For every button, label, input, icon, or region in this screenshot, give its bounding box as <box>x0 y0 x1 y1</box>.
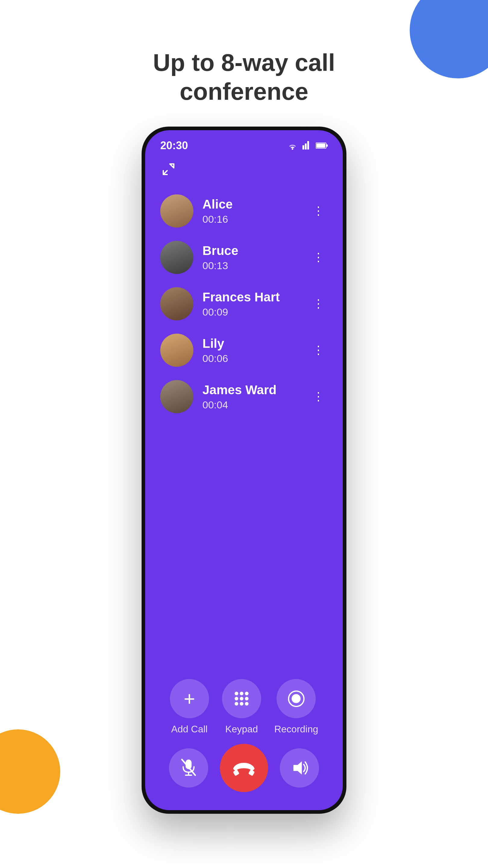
svg-rect-17 <box>233 770 240 776</box>
add-call-label: Add Call <box>171 724 207 735</box>
deco-circle-bottom-left <box>0 730 60 814</box>
participant-duration: 00:04 <box>202 399 301 411</box>
add-call-circle: + <box>170 679 209 718</box>
participant-name: Lily <box>202 336 301 351</box>
speaker-button[interactable] <box>280 748 319 787</box>
collapse-button[interactable] <box>145 155 343 185</box>
svg-rect-6 <box>316 144 325 148</box>
record-inner <box>292 694 301 703</box>
participant-info-alice: Alice 00:16 <box>202 197 301 225</box>
participant-name: Bruce <box>202 244 301 258</box>
participant-menu-frances[interactable]: ⋮ <box>310 294 328 313</box>
keypad-dot <box>235 702 238 706</box>
participant-menu-lily[interactable]: ⋮ <box>310 341 328 360</box>
svg-rect-5 <box>326 144 328 147</box>
mute-circle <box>169 748 208 787</box>
avatar-bruce <box>160 241 193 274</box>
avatar-james <box>160 380 193 413</box>
phone-frame: 20:30 <box>141 127 347 814</box>
participant-info-lily: Lily 00:06 <box>202 336 301 364</box>
participant-item: Frances Hart 00:09 ⋮ <box>145 281 343 327</box>
status-time: 20:30 <box>160 139 188 152</box>
participant-item: James Ward 00:04 ⋮ <box>145 373 343 420</box>
participant-duration: 00:09 <box>202 306 301 318</box>
add-call-button[interactable]: + Add Call <box>170 679 209 735</box>
phone-mockup: 20:30 <box>141 127 347 814</box>
keypad-grid <box>235 692 249 706</box>
signal-icon <box>302 141 312 150</box>
svg-marker-2 <box>305 144 307 150</box>
page-title: Up to 8-way call conference <box>0 0 488 106</box>
svg-point-0 <box>292 148 293 150</box>
battery-icon <box>316 142 328 149</box>
keypad-dot <box>245 697 249 701</box>
participant-menu-james[interactable]: ⋮ <box>310 387 328 406</box>
status-icons <box>287 141 328 150</box>
end-call-icon <box>233 760 255 776</box>
keypad-circle <box>222 679 261 718</box>
keypad-dot <box>245 692 249 695</box>
keypad-dot <box>240 692 243 695</box>
end-call-button[interactable] <box>220 744 268 792</box>
keypad-dot <box>235 692 238 695</box>
action-row-2 <box>145 738 343 810</box>
participant-name: Frances Hart <box>202 290 301 304</box>
svg-marker-3 <box>307 141 309 150</box>
keypad-button[interactable]: Keypad <box>222 679 261 735</box>
recording-button[interactable]: Recording <box>274 679 318 735</box>
recording-label: Recording <box>274 724 318 735</box>
participant-item: Lily 00:06 ⋮ <box>145 327 343 373</box>
keypad-dot <box>240 697 243 701</box>
recording-circle <box>276 679 316 718</box>
wifi-icon <box>287 141 298 150</box>
participant-duration: 00:16 <box>202 213 301 225</box>
mute-button[interactable] <box>169 748 208 787</box>
keypad-label: Keypad <box>225 724 258 735</box>
end-call-circle <box>220 744 268 792</box>
participant-item: Bruce 00:13 ⋮ <box>145 234 343 281</box>
participant-info-james: James Ward 00:04 <box>202 383 301 411</box>
keypad-dot <box>240 702 243 706</box>
compress-icon <box>160 161 177 178</box>
participant-name: Alice <box>202 197 301 212</box>
avatar-frances <box>160 287 193 320</box>
participant-menu-bruce[interactable]: ⋮ <box>310 248 328 267</box>
participant-item: Alice 00:16 ⋮ <box>145 188 343 234</box>
plus-icon: + <box>184 689 195 709</box>
mute-mic-icon <box>181 758 196 776</box>
participant-duration: 00:13 <box>202 260 301 272</box>
participant-info-bruce: Bruce 00:13 <box>202 244 301 272</box>
svg-marker-1 <box>302 145 304 150</box>
svg-rect-18 <box>249 770 255 776</box>
record-icon <box>288 690 304 707</box>
keypad-dot <box>245 702 249 706</box>
status-bar: 20:30 <box>145 130 343 155</box>
speaker-circle <box>280 748 319 787</box>
phone-screen: 20:30 <box>145 130 343 810</box>
keypad-dot <box>235 697 238 701</box>
participant-duration: 00:06 <box>202 352 301 364</box>
avatar-alice <box>160 194 193 227</box>
participant-info-frances: Frances Hart 00:09 <box>202 290 301 318</box>
participant-menu-alice[interactable]: ⋮ <box>310 201 328 221</box>
participants-list: Alice 00:16 ⋮ Bruce 00:13 ⋮ <box>145 185 343 670</box>
muted-mic-container <box>181 758 196 778</box>
participant-name: James Ward <box>202 383 301 397</box>
speaker-icon <box>290 759 308 777</box>
avatar-lily <box>160 334 193 367</box>
action-row-1: + Add Call <box>145 670 343 738</box>
svg-marker-19 <box>293 761 302 775</box>
